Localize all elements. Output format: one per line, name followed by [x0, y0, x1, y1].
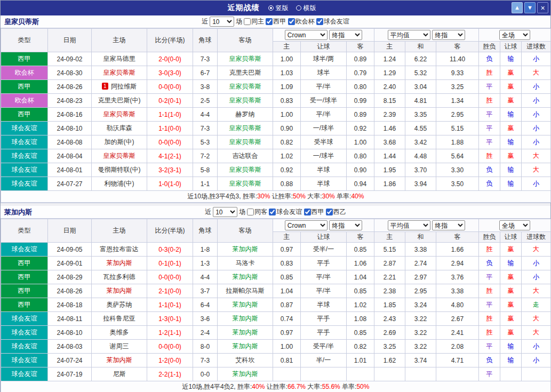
- ah-line: 受一/球半: [301, 94, 347, 108]
- corner-score: 1-8: [193, 243, 218, 257]
- table-row: 球会友谊 24-07-27 利物浦(中) 1-0(1-0) 1-1 皇家贝蒂斯 …: [1, 177, 551, 191]
- result-wdl: 平: [479, 367, 500, 381]
- league-checkbox-input[interactable]: [316, 18, 323, 25]
- odds-time-select[interactable]: 终指: [329, 220, 362, 230]
- league-checkbox[interactable]: 西乙: [326, 207, 346, 217]
- result-wdl: 负: [479, 177, 500, 191]
- league-checkbox-input[interactable]: [266, 18, 273, 25]
- home-team: 加的斯(中): [105, 138, 134, 146]
- summary-part: 55.6%: [322, 383, 340, 390]
- col-away: 客场: [218, 29, 273, 52]
- summary-part: 近10场,胜4平4负2, 胜率:: [182, 383, 252, 390]
- league-checkbox[interactable]: 欧会杯: [288, 17, 315, 26]
- ah-home-odds: [273, 367, 301, 381]
- match-score: 0-2(0-1): [147, 94, 193, 108]
- ah-home-odds: 0.92: [273, 163, 301, 177]
- league-checkbox-input[interactable]: [269, 209, 276, 215]
- euro-draw-odds: 4.48: [405, 149, 436, 163]
- summary-text: 近10场,胜4平4负2, 胜率:40% 让胜率:66.7% 大率:55.6% 单…: [182, 383, 370, 390]
- result-goals: 小: [522, 108, 551, 122]
- match-score: 2-0(0-0): [147, 52, 193, 66]
- match-type-badge: 西甲: [1, 270, 48, 284]
- away-team-cell: 莱加内斯: [218, 326, 273, 340]
- same-venue-checkbox[interactable]: 同客: [247, 207, 267, 217]
- result-handicap: 输: [500, 108, 522, 122]
- league-checkbox-input[interactable]: [288, 18, 295, 25]
- euro-home-odds: 8.15: [374, 94, 405, 108]
- euro-draw-odds: 5.32: [405, 66, 436, 80]
- away-team: 莱加内斯: [233, 370, 258, 378]
- radio-horizontal-layout[interactable]: 横版: [296, 4, 316, 13]
- result-goals: 小: [522, 340, 551, 354]
- recent-count-select[interactable]: 10: [210, 17, 234, 27]
- ah-home-odds: 0.97: [273, 243, 301, 257]
- odds-time-select[interactable]: 终指: [329, 30, 362, 40]
- euro-time-select[interactable]: 终指: [432, 220, 465, 230]
- ah-line: 一/球半: [301, 122, 347, 135]
- scroll-up-button[interactable]: ▲: [512, 2, 523, 13]
- away-team-cell: 克里夫巴斯: [218, 66, 273, 80]
- league-checkbox[interactable]: 球会友谊: [269, 207, 302, 217]
- corner-score: 7-3: [193, 354, 218, 367]
- match-score: 0-0(0-0): [147, 80, 193, 94]
- ah-away-odds: 0.89: [347, 52, 374, 66]
- league-checkbox[interactable]: 西甲: [304, 207, 324, 217]
- summary-text: 近10场,胜3平4负3, 胜率:30% 让胜率:50% 大率:30% 单率:40…: [188, 193, 364, 200]
- close-button[interactable]: ×: [537, 2, 548, 13]
- home-team-cell: 皇家贝蒂斯: [92, 149, 147, 163]
- table-row: 球会友谊 24-08-10 奥维多 1-2(1-1) 2-4 莱加内斯 0.97…: [1, 326, 551, 340]
- ah-line: 平/半: [301, 80, 347, 94]
- away-team: 皇家贝蒂斯: [229, 138, 261, 146]
- euro-time-select[interactable]: 终指: [432, 30, 465, 40]
- league-checkbox-input[interactable]: [326, 209, 333, 215]
- sub-eu-draw: 和: [405, 232, 436, 243]
- result-scope-group: 全场: [479, 29, 551, 42]
- league-filter-group: 球会友谊 西甲 西乙: [269, 207, 346, 217]
- euro-away-odds: 2.95: [436, 108, 479, 122]
- match-type-badge: 西甲: [1, 284, 48, 298]
- euro-home-odds: 2.38: [374, 284, 405, 298]
- table-row: 球会友谊 24-08-08 加的斯(中) 0-0(0-0) 5-3 皇家贝蒂斯 …: [1, 135, 551, 149]
- result-goals: [522, 367, 551, 381]
- result-handicap: 赢: [500, 80, 522, 94]
- euro-home-odds: 3.25: [374, 340, 405, 354]
- same-venue-checkbox-input[interactable]: [247, 209, 254, 215]
- summary-part: 大率:: [306, 193, 322, 200]
- sub-ah-home: 主: [273, 42, 301, 52]
- euro-odds-group: 平均值 终指: [374, 29, 479, 42]
- scroll-down-button[interactable]: ▼: [524, 2, 536, 13]
- league-checkbox[interactable]: 西甲: [266, 17, 286, 26]
- radio-vertical-label: 竖版: [276, 4, 289, 13]
- euro-home-odds: 1.95: [374, 163, 405, 177]
- home-team: 拉科鲁尼亚: [103, 315, 135, 322]
- league-label: 西甲: [312, 207, 324, 217]
- ah-home-odds: 1.02: [273, 149, 301, 163]
- euro-away-odds: 2.67: [436, 312, 479, 326]
- corner-score: 4-4: [193, 270, 218, 284]
- ah-line: 平/半: [301, 108, 347, 122]
- away-team: 皇家贝蒂斯: [229, 166, 261, 173]
- result-wdl: 平: [479, 298, 500, 312]
- odds-company-select[interactable]: Crown: [285, 30, 328, 40]
- odds-company-select[interactable]: Crown: [285, 220, 328, 230]
- away-team: 皇家贝蒂斯: [229, 180, 261, 187]
- match-type-badge: 欧会杯: [1, 66, 48, 80]
- away-team-cell: 莱加内斯: [218, 298, 273, 312]
- recent-count-select[interactable]: 10: [213, 207, 237, 217]
- same-venue-checkbox[interactable]: 同主: [244, 17, 264, 26]
- match-type-badge: 西甲: [1, 52, 48, 66]
- result-goals: 大: [522, 66, 551, 80]
- league-checkbox[interactable]: 球会友谊: [316, 17, 349, 26]
- home-team: 谢周三: [110, 342, 129, 350]
- euro-average-select[interactable]: 平均值: [388, 220, 430, 230]
- result-wdl: 胜: [479, 149, 500, 163]
- scope-select[interactable]: 全场: [499, 30, 530, 40]
- col-type: 类型: [1, 219, 48, 243]
- league-checkbox-input[interactable]: [304, 209, 311, 215]
- scope-select[interactable]: 全场: [499, 220, 530, 230]
- same-venue-checkbox-input[interactable]: [244, 18, 251, 25]
- ah-line: 平/半: [301, 270, 347, 284]
- radio-vertical-layout[interactable]: 竖版: [268, 4, 289, 13]
- euro-odds-group: 平均值 终指: [374, 219, 479, 232]
- euro-average-select[interactable]: 平均值: [388, 30, 430, 40]
